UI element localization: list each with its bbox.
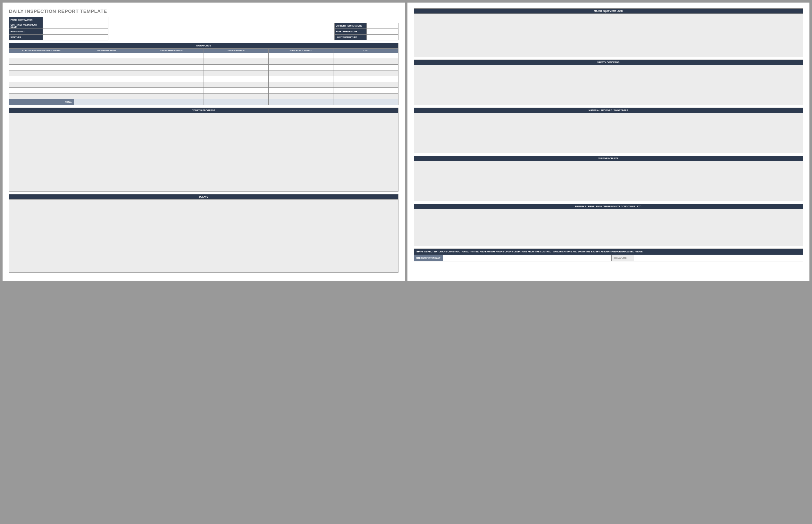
field-contract-no: CONTRACT NO./PROJECT NAME [9, 23, 108, 29]
table-row [9, 94, 398, 99]
todays-progress-header: TODAY'S PROGRESS [9, 108, 398, 113]
field-weather: WEATHER [9, 35, 108, 40]
remarks-field[interactable] [414, 209, 803, 246]
total-cell[interactable] [74, 99, 139, 105]
signature-field[interactable] [634, 255, 803, 261]
table-cell[interactable] [74, 94, 139, 99]
table-cell[interactable] [139, 65, 204, 70]
table-cell[interactable] [74, 82, 139, 88]
table-cell[interactable] [269, 53, 333, 59]
input-contract-no[interactable] [43, 23, 108, 29]
table-cell[interactable] [9, 88, 74, 94]
page-1: DAILY INSPECTION REPORT TEMPLATE PRIME C… [3, 3, 405, 281]
label-low-temp: LOW TEMPERATURE [335, 35, 367, 40]
table-cell[interactable] [333, 88, 398, 94]
visitors-field[interactable] [414, 161, 803, 201]
total-cell[interactable] [204, 99, 268, 105]
label-contract-no: CONTRACT NO./PROJECT NAME [9, 23, 43, 29]
input-current-temp[interactable] [367, 23, 398, 29]
table-cell[interactable] [269, 65, 333, 70]
table-cell[interactable] [333, 59, 398, 65]
table-cell[interactable] [204, 76, 268, 82]
workforce-header: WORKFORCE [9, 43, 398, 48]
table-cell[interactable] [204, 88, 268, 94]
signature-label: SIGNATURE [612, 255, 634, 261]
safety-concerns-field[interactable] [414, 65, 803, 105]
table-cell[interactable] [9, 59, 74, 65]
section-remarks: REMARKS / PROBLEMS / DIFFERING SITE COND… [414, 204, 803, 246]
table-cell[interactable] [139, 53, 204, 59]
table-cell[interactable] [9, 82, 74, 88]
table-cell[interactable] [139, 94, 204, 99]
table-cell[interactable] [139, 88, 204, 94]
table-row [9, 88, 398, 94]
delays-field[interactable] [9, 199, 398, 273]
total-cell[interactable] [139, 99, 204, 105]
table-cell[interactable] [333, 65, 398, 70]
table-cell[interactable] [74, 70, 139, 76]
table-cell[interactable] [204, 70, 268, 76]
input-low-temp[interactable] [367, 35, 398, 40]
table-cell[interactable] [269, 59, 333, 65]
section-delays: DELAYS [9, 194, 398, 273]
table-cell[interactable] [139, 70, 204, 76]
table-cell[interactable] [269, 70, 333, 76]
input-building-no[interactable] [43, 29, 108, 35]
field-current-temp: CURRENT TEMPERATURE [335, 23, 398, 29]
input-prime-contractor[interactable] [43, 17, 108, 23]
header-right-block: CURRENT TEMPERATURE HIGH TEMPERATURE LOW… [334, 23, 398, 40]
table-cell[interactable] [9, 53, 74, 59]
section-visitors: VISITORS ON SITE [414, 155, 803, 201]
table-cell[interactable] [269, 76, 333, 82]
table-cell[interactable] [74, 76, 139, 82]
signature-row: SITE SUPERINTENDANT SIGNATURE [414, 255, 803, 261]
total-cell[interactable] [269, 99, 333, 105]
table-cell[interactable] [9, 70, 74, 76]
table-row [9, 53, 398, 59]
table-cell[interactable] [9, 76, 74, 82]
section-material-received: MATERIAL RECEIVED / SHORTAGES [414, 108, 803, 153]
table-row [9, 82, 398, 88]
table-cell[interactable] [333, 76, 398, 82]
input-high-temp[interactable] [367, 29, 398, 35]
table-cell[interactable] [9, 94, 74, 99]
section-major-equipment: MAJOR EQUIPMENT USED [414, 8, 803, 57]
table-cell[interactable] [204, 82, 268, 88]
wf-col-contractor: CONTRACTOR/ SUBCONTRACTOR NAME [9, 49, 74, 53]
table-cell[interactable] [74, 59, 139, 65]
table-cell[interactable] [333, 53, 398, 59]
table-cell[interactable] [139, 82, 204, 88]
table-cell[interactable] [139, 76, 204, 82]
table-cell[interactable] [204, 53, 268, 59]
total-cell[interactable] [333, 99, 398, 105]
major-equipment-field[interactable] [414, 14, 803, 57]
wf-col-foreman: FOREMAN NUMBER [74, 49, 139, 53]
table-cell[interactable] [269, 82, 333, 88]
wf-col-apprentice: APPRENTIUCE NUMBER [269, 49, 333, 53]
table-cell[interactable] [9, 65, 74, 70]
table-cell[interactable] [269, 88, 333, 94]
material-received-field[interactable] [414, 113, 803, 153]
table-cell[interactable] [204, 65, 268, 70]
table-cell[interactable] [74, 88, 139, 94]
table-cell[interactable] [269, 94, 333, 99]
table-cell[interactable] [333, 94, 398, 99]
site-super-label: SITE SUPERINTENDANT [414, 255, 443, 261]
table-row [9, 76, 398, 82]
input-weather[interactable] [43, 35, 108, 40]
todays-progress-field[interactable] [9, 113, 398, 192]
table-total-row: TOTAL [9, 99, 398, 105]
table-cell[interactable] [139, 59, 204, 65]
table-cell[interactable] [333, 70, 398, 76]
label-current-temp: CURRENT TEMPERATURE [335, 23, 367, 29]
table-cell[interactable] [74, 53, 139, 59]
major-equipment-header: MAJOR EQUIPMENT USED [414, 8, 803, 14]
table-cell[interactable] [204, 94, 268, 99]
table-cell[interactable] [74, 65, 139, 70]
label-high-temp: HIGH TEMPERATURE [335, 29, 367, 35]
header-row: PRIME CONTRACTOR CONTRACT NO./PROJECT NA… [9, 17, 398, 40]
site-super-field[interactable] [443, 255, 612, 261]
table-cell[interactable] [333, 82, 398, 88]
table-row [9, 70, 398, 76]
table-cell[interactable] [204, 59, 268, 65]
